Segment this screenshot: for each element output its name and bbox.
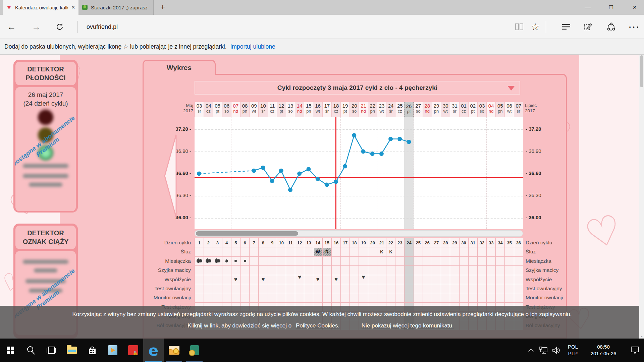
table-cell-Szyjka macicy-day-32[interactable] — [477, 265, 486, 275]
table-cell-Test owulacyjny-day-33[interactable] — [486, 284, 495, 293]
table-cell-Śluz-day-19[interactable] — [359, 247, 368, 256]
table-cell-Szyjka macicy-day-33[interactable] — [486, 265, 495, 275]
table-cell-Dzień cyklu-day-3[interactable]: 3 — [213, 238, 222, 247]
table-cell-Śluz-day-30[interactable] — [459, 247, 468, 256]
table-cell-Monitor owulacji-day-31[interactable] — [468, 293, 477, 302]
table-cell-Śluz-day-11[interactable] — [286, 247, 295, 256]
table-cell-Dzień cyklu-day-35[interactable]: 35 — [504, 238, 514, 247]
action-center-button[interactable] — [627, 339, 643, 362]
table-cell-Miesiączka-day-14[interactable] — [313, 256, 322, 265]
table-cell-Monitor owulacji-day-34[interactable] — [495, 293, 504, 302]
chart-horizontal-scrollbar[interactable] — [195, 230, 523, 237]
table-cell-Monitor owulacji-day-17[interactable] — [340, 293, 350, 302]
table-cell-Dzień cyklu-day-19[interactable]: 19 — [359, 238, 368, 247]
table-cell-Współżycie-day-7[interactable] — [249, 275, 258, 284]
table-cell-Szyjka macicy-day-26[interactable] — [423, 265, 432, 275]
windows-store-button[interactable] — [82, 339, 102, 362]
hub-button[interactable] — [559, 15, 573, 39]
table-cell-Test owulacyjny-day-28[interactable] — [441, 284, 450, 293]
table-cell-Miesiączka-day-4[interactable] — [222, 256, 231, 265]
table-cell-Współżycie-day-4[interactable] — [222, 275, 231, 284]
scrollbar-thumb[interactable] — [196, 231, 298, 236]
table-cell-Miesiączka-day-8[interactable] — [258, 256, 267, 265]
table-cell-Test owulacyjny-day-10[interactable] — [277, 284, 286, 293]
table-cell-Test owulacyjny-day-20[interactable] — [368, 284, 377, 293]
table-cell-Dzień cyklu-day-32[interactable]: 32 — [477, 238, 486, 247]
table-cell-Monitor owulacji-day-15[interactable] — [322, 293, 331, 302]
table-cell-Miesiączka-day-29[interactable] — [450, 256, 459, 265]
table-cell-Test owulacyjny-day-8[interactable] — [258, 284, 267, 293]
table-cell-Śluz-day-33[interactable] — [486, 247, 495, 256]
table-cell-Test owulacyjny-day-24[interactable] — [404, 284, 413, 293]
table-cell-Śluz-day-21[interactable]: K — [377, 247, 386, 256]
table-cell-Szyjka macicy-day-34[interactable] — [495, 265, 504, 275]
table-cell-Współżycie-day-19[interactable]: ♥ — [359, 275, 368, 284]
table-cell-Monitor owulacji-day-27[interactable] — [432, 293, 441, 302]
table-cell-Monitor owulacji-day-6[interactable] — [240, 293, 249, 302]
table-cell-Monitor owulacji-day-19[interactable] — [359, 293, 368, 302]
table-cell-Miesiączka-day-10[interactable] — [277, 256, 286, 265]
table-cell-Dzień cyklu-day-25[interactable]: 25 — [414, 238, 423, 247]
page-scrollbar[interactable]: ⌄ — [639, 55, 644, 339]
table-cell-Dzień cyklu-day-15[interactable]: 15 — [322, 238, 331, 247]
table-cell-Test owulacyjny-day-36[interactable] — [514, 284, 523, 293]
table-cell-Test owulacyjny-day-3[interactable] — [213, 284, 222, 293]
table-cell-Szyjka macicy-day-24[interactable] — [404, 265, 413, 275]
table-cell-Test owulacyjny-day-18[interactable] — [350, 284, 359, 293]
table-cell-Monitor owulacji-day-13[interactable] — [304, 293, 313, 302]
table-cell-Miesiączka-day-36[interactable] — [514, 256, 523, 265]
table-cell-Dzień cyklu-day-33[interactable]: 33 — [486, 238, 495, 247]
table-cell-Test owulacyjny-day-29[interactable] — [450, 284, 459, 293]
table-cell-Współżycie-day-25[interactable] — [414, 275, 423, 284]
table-cell-Śluz-day-14[interactable]: W — [313, 247, 322, 256]
table-cell-Współżycie-day-27[interactable] — [432, 275, 441, 284]
table-cell-Test owulacyjny-day-1[interactable] — [195, 284, 204, 293]
table-cell-Szyjka macicy-day-9[interactable] — [268, 265, 277, 275]
table-cell-Dzień cyklu-day-13[interactable]: 13 — [304, 238, 313, 247]
table-cell-Szyjka macicy-day-16[interactable] — [331, 265, 340, 275]
table-cell-Dzień cyklu-day-5[interactable]: 5 — [231, 238, 240, 247]
table-cell-Monitor owulacji-day-33[interactable] — [486, 293, 495, 302]
tray-network-button[interactable] — [537, 339, 550, 362]
table-cell-Szyjka macicy-day-12[interactable] — [295, 265, 304, 275]
table-cell-Miesiączka-day-27[interactable] — [432, 256, 441, 265]
table-cell-Śluz-day-31[interactable] — [468, 247, 477, 256]
table-cell-Monitor owulacji-day-25[interactable] — [414, 293, 423, 302]
table-cell-Szyjka macicy-day-19[interactable] — [359, 265, 368, 275]
table-cell-Miesiączka-day-25[interactable] — [414, 256, 423, 265]
table-cell-Monitor owulacji-day-5[interactable] — [231, 293, 240, 302]
table-cell-Miesiączka-day-18[interactable] — [350, 256, 359, 265]
table-cell-Miesiączka-day-26[interactable] — [423, 256, 432, 265]
share-button[interactable] — [604, 15, 618, 39]
table-cell-Monitor owulacji-day-7[interactable] — [249, 293, 258, 302]
table-cell-Współżycie-day-29[interactable] — [450, 275, 459, 284]
table-cell-Szyjka macicy-day-13[interactable] — [304, 265, 313, 275]
table-cell-Monitor owulacji-day-24[interactable] — [404, 293, 413, 302]
table-cell-Miesiączka-day-1[interactable] — [195, 256, 204, 265]
window-close-button[interactable]: ✕ — [627, 0, 642, 15]
media-player-button[interactable] — [102, 339, 123, 362]
table-cell-Szyjka macicy-day-31[interactable] — [468, 265, 477, 275]
table-cell-Śluz-day-36[interactable] — [514, 247, 523, 256]
table-cell-Współżycie-day-16[interactable]: ♥ — [331, 275, 340, 284]
table-cell-Dzień cyklu-day-34[interactable]: 34 — [495, 238, 504, 247]
table-cell-Szyjka macicy-day-21[interactable] — [377, 265, 386, 275]
table-cell-Współżycie-day-3[interactable] — [213, 275, 222, 284]
table-cell-Szyjka macicy-day-29[interactable] — [450, 265, 459, 275]
tray-show-hidden-icons-button[interactable] — [525, 339, 537, 362]
table-cell-Miesiączka-day-35[interactable] — [504, 256, 514, 265]
table-cell-Test owulacyjny-day-14[interactable] — [313, 284, 322, 293]
table-cell-Szyjka macicy-day-25[interactable] — [414, 265, 423, 275]
table-cell-Współżycie-day-13[interactable] — [304, 275, 313, 284]
table-cell-Śluz-day-6[interactable] — [240, 247, 249, 256]
table-cell-Monitor owulacji-day-10[interactable] — [277, 293, 286, 302]
table-cell-Współżycie-day-20[interactable] — [368, 275, 377, 284]
table-cell-Miesiączka-day-5[interactable] — [231, 256, 240, 265]
table-cell-Monitor owulacji-day-18[interactable] — [350, 293, 359, 302]
tab-wykres[interactable]: Wykres — [143, 60, 216, 75]
table-cell-Szyjka macicy-day-18[interactable] — [350, 265, 359, 275]
table-cell-Szyjka macicy-day-27[interactable] — [432, 265, 441, 275]
table-cell-Śluz-day-10[interactable] — [277, 247, 286, 256]
table-cell-Dzień cyklu-day-7[interactable]: 7 — [249, 238, 258, 247]
table-cell-Miesiączka-day-31[interactable] — [468, 256, 477, 265]
